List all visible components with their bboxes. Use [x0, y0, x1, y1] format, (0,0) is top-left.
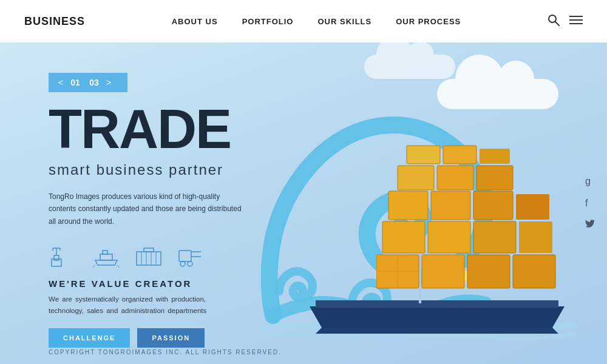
- svg-rect-18: [467, 255, 510, 288]
- next-arrow[interactable]: >: [106, 78, 111, 87]
- hero-content: < 01 03 > TRADE smart business partner T…: [49, 73, 243, 348]
- passion-button[interactable]: PASSION: [137, 328, 205, 348]
- svg-rect-16: [422, 255, 464, 288]
- search-icon[interactable]: [548, 14, 560, 29]
- svg-rect-28: [388, 191, 428, 220]
- svg-rect-23: [428, 221, 470, 253]
- svg-point-65: [180, 261, 185, 266]
- cargo-ship-svg: [297, 215, 577, 337]
- hero-description: TongRo Images produces various kind of h…: [49, 190, 243, 228]
- svg-rect-42: [407, 146, 440, 164]
- svg-rect-21: [382, 221, 425, 253]
- svg-rect-43: [443, 146, 476, 164]
- svg-rect-34: [516, 194, 549, 220]
- svg-rect-29: [388, 191, 428, 220]
- svg-rect-37: [437, 166, 473, 190]
- menu-icon[interactable]: [569, 15, 583, 28]
- header-icons: [548, 14, 583, 29]
- hero-title: TRADE: [49, 102, 243, 157]
- svg-rect-61: [144, 248, 154, 252]
- social-links: g f: [585, 176, 595, 231]
- svg-line-54: [93, 265, 95, 268]
- svg-rect-41: [407, 146, 440, 164]
- cloud-2: [364, 55, 455, 79]
- feature-icon-forklift: [176, 244, 206, 269]
- svg-rect-56: [137, 252, 161, 265]
- svg-rect-36: [398, 166, 434, 190]
- slide-indicator: < 01 03 >: [49, 73, 127, 92]
- challenge-button[interactable]: CHALLENGE: [49, 328, 130, 348]
- header: BUSINESS ABOUT US PORTFOLIO OUR SKILLS O…: [0, 0, 607, 42]
- svg-rect-27: [519, 221, 552, 253]
- svg-rect-40: [476, 166, 513, 190]
- twitter-icon[interactable]: [585, 220, 595, 231]
- spiral-svg: [261, 61, 577, 340]
- clouds-decoration: [243, 42, 607, 212]
- svg-rect-30: [431, 191, 470, 220]
- svg-rect-31: [431, 191, 470, 220]
- svg-rect-53: [103, 251, 107, 254]
- svg-point-9: [463, 271, 472, 281]
- facebook-icon[interactable]: f: [585, 198, 595, 209]
- nav-about[interactable]: ABOUT US: [172, 17, 218, 26]
- svg-rect-19: [513, 255, 555, 288]
- svg-rect-52: [100, 254, 112, 260]
- footer-copyright: COPYRIGHT TONGROIMAGES INC. ALL RIGHTS R…: [49, 349, 282, 356]
- svg-rect-33: [473, 191, 513, 220]
- logo: BUSINESS: [24, 15, 85, 28]
- svg-rect-32: [473, 191, 513, 220]
- svg-rect-24: [428, 221, 470, 253]
- nav: ABOUT US PORTFOLIO OUR SKILLS OUR PROCES…: [172, 17, 461, 26]
- hero-subtitle: smart business partner: [49, 161, 243, 178]
- cta-buttons: CHALLENGE PASSION: [49, 328, 243, 348]
- prev-arrow[interactable]: <: [58, 78, 63, 87]
- svg-rect-44: [443, 146, 476, 164]
- svg-rect-11: [376, 255, 419, 288]
- svg-rect-15: [422, 255, 464, 288]
- svg-rect-25: [473, 221, 516, 253]
- cargo-boxes-svg: [376, 143, 558, 300]
- svg-line-1: [555, 22, 559, 25]
- nav-process[interactable]: OUR PROCESS: [396, 17, 461, 26]
- svg-rect-45: [480, 149, 510, 164]
- wave-decoration: [261, 61, 577, 340]
- svg-rect-47: [54, 255, 59, 260]
- svg-rect-6: [419, 252, 421, 303]
- svg-rect-20: [513, 255, 555, 288]
- google-icon[interactable]: g: [585, 176, 595, 187]
- nav-skills[interactable]: OUR SKILLS: [317, 17, 371, 26]
- svg-rect-62: [179, 251, 191, 261]
- value-title: WE'RE VALUE CREATOR: [49, 278, 243, 289]
- svg-line-55: [117, 265, 120, 268]
- svg-point-10: [459, 268, 476, 285]
- feature-icons-row: [49, 244, 243, 269]
- svg-line-7: [420, 252, 467, 270]
- nav-portfolio[interactable]: PORTFOLIO: [242, 17, 294, 26]
- value-description: We are systematically organized with pro…: [49, 294, 243, 316]
- svg-rect-5: [316, 300, 558, 308]
- svg-rect-38: [437, 166, 473, 190]
- feature-icon-container: [134, 244, 164, 269]
- feature-icon-ship: [91, 244, 121, 269]
- slide-numbers: 01 03: [70, 78, 99, 87]
- svg-rect-26: [473, 221, 516, 253]
- main-content: < 01 03 > TRADE smart business partner T…: [0, 42, 607, 364]
- feature-icon-port: [49, 244, 79, 269]
- svg-point-66: [188, 261, 192, 266]
- cloud-1: [437, 79, 558, 109]
- svg-rect-35: [398, 166, 434, 190]
- svg-rect-39: [476, 166, 513, 190]
- svg-point-0: [549, 15, 556, 22]
- svg-rect-22: [382, 221, 425, 253]
- svg-rect-12: [376, 255, 419, 288]
- svg-rect-17: [467, 255, 510, 288]
